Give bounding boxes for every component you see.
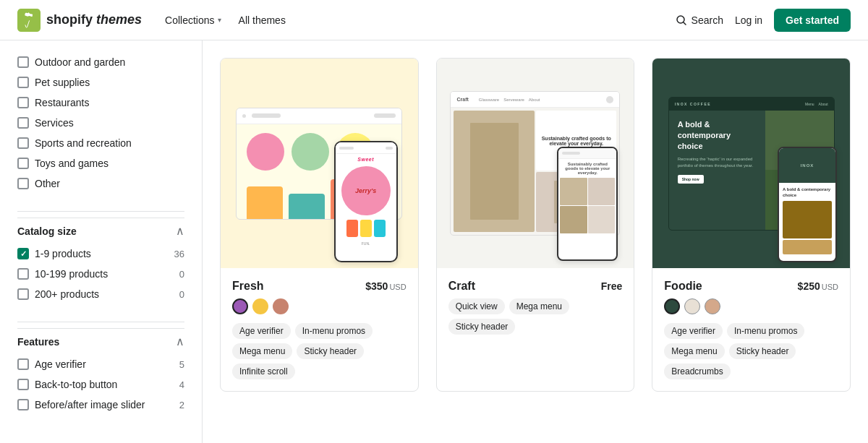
tag-in-menu-promos-foodie: In-menu promos	[727, 323, 804, 339]
features-section: Features ∧ Age verifier 5 Back-to-top bu…	[17, 328, 184, 415]
logo-text: shopify themes	[46, 12, 142, 27]
main-nav: Collections ▾ All themes	[165, 14, 676, 26]
product-title-row-fresh: Fresh $350USD	[232, 280, 407, 293]
checkbox-age-verifier[interactable]	[17, 358, 29, 370]
filter-toys-games[interactable]: Toys and games	[17, 153, 184, 173]
product-card-fresh: Sweet Jerry's FUN.	[220, 58, 419, 392]
checkbox-outdoor-garden[interactable]	[17, 56, 29, 68]
swatch-dark-green[interactable]	[664, 298, 680, 314]
product-image-fresh: Sweet Jerry's FUN.	[221, 59, 418, 268]
product-info-craft: Craft Free Quick view Mega menu Sticky h…	[437, 268, 634, 346]
divider	[17, 211, 184, 212]
divider-2	[17, 322, 184, 322]
shopify-logo-icon	[17, 9, 41, 32]
sidebar: Outdoor and garden Pet supplies Restaura…	[0, 40, 203, 443]
catalog-size-section: Catalog size ∧ 1-9 products 36 10-199 pr…	[17, 218, 184, 304]
tag-infinite-scroll: Infinite scroll	[232, 364, 295, 379]
filter-10-199-products[interactable]: 10-199 products 0	[17, 264, 184, 284]
product-price-fresh: $350USD	[365, 280, 406, 292]
product-info-fresh: Fresh $350USD Age verifier In-menu promo…	[221, 268, 418, 391]
checkbox-10-199-products[interactable]	[17, 268, 29, 280]
tag-breadcrumbs: Breadcrumbs	[664, 364, 730, 379]
fresh-tags: Age verifier In-menu promos Mega menu St…	[232, 323, 407, 379]
tag-age-verifier: Age verifier	[232, 323, 291, 339]
checkbox-toys-games[interactable]	[17, 158, 29, 169]
swatch-cream[interactable]	[684, 298, 700, 314]
features-header[interactable]: Features ∧	[17, 328, 184, 354]
foodie-swatches	[664, 298, 838, 314]
product-title-row-craft: Craft Free	[448, 280, 623, 293]
product-info-foodie: Foodie $250USD Age verifier In-menu prom…	[652, 268, 850, 391]
tag-in-menu-promos: In-menu promos	[295, 323, 373, 339]
swatch-tan[interactable]	[705, 298, 720, 314]
filter-services[interactable]: Services	[17, 113, 184, 133]
tag-quick-view: Quick view	[448, 298, 505, 314]
product-price-craft: Free	[601, 280, 623, 292]
tag-mega-menu: Mega menu	[232, 343, 292, 359]
checkbox-services[interactable]	[17, 117, 29, 129]
product-price-foodie: $250USD	[798, 280, 838, 292]
tag-mega-menu-foodie: Mega menu	[664, 343, 724, 359]
filter-200-plus-products[interactable]: 200+ products 0	[17, 284, 184, 304]
logo-link[interactable]: shopify themes	[17, 9, 142, 32]
product-title-row-foodie: Foodie $250USD	[664, 280, 838, 293]
product-name-craft: Craft	[448, 280, 475, 293]
product-image-foodie: INOX COFFEE Menu About A bold & contempo…	[652, 59, 850, 268]
login-button[interactable]: Log in	[735, 14, 762, 26]
filter-other[interactable]: Other	[17, 173, 184, 194]
checkbox-1-9-products[interactable]	[17, 248, 29, 259]
swatch-purple[interactable]	[232, 298, 248, 314]
checkbox-before-after-slider[interactable]	[17, 399, 29, 410]
tag-mega-menu-craft: Mega menu	[509, 298, 569, 314]
header: shopify themes Collections ▾ All themes …	[0, 0, 868, 40]
search-icon	[676, 14, 687, 26]
tag-age-verifier-foodie: Age verifier	[664, 323, 723, 339]
filter-before-after-slider[interactable]: Before/after image slider 2	[17, 395, 184, 415]
collapse-icon: ∧	[176, 224, 184, 238]
main-layout: Outdoor and garden Pet supplies Restaura…	[0, 40, 868, 443]
checkbox-back-to-top[interactable]	[17, 379, 29, 390]
filter-restaurants[interactable]: Restaurants	[17, 93, 184, 113]
tag-sticky-header-foodie: Sticky header	[729, 343, 796, 359]
fresh-swatches	[232, 298, 407, 314]
product-card-foodie: INOX COFFEE Menu About A bold & contempo…	[652, 58, 851, 392]
search-button[interactable]: Search	[676, 14, 723, 26]
foodie-tags: Age verifier In-menu promos Mega menu St…	[664, 323, 838, 379]
product-card-craft: Craft Glassware Serveware About	[436, 58, 635, 392]
filter-sports-recreation[interactable]: Sports and recreation	[17, 133, 184, 153]
industry-filter-section: Outdoor and garden Pet supplies Restaura…	[17, 52, 184, 194]
svg-rect-0	[17, 9, 41, 32]
checkbox-other[interactable]	[17, 178, 29, 189]
features-collapse-icon: ∧	[176, 335, 184, 348]
product-name-fresh: Fresh	[232, 280, 264, 293]
filter-pet-supplies[interactable]: Pet supplies	[17, 72, 184, 93]
tag-sticky-header-craft: Sticky header	[448, 319, 516, 335]
craft-tags: Quick view Mega menu Sticky header	[448, 298, 623, 335]
chevron-down-icon: ▾	[218, 16, 221, 24]
tag-sticky-header: Sticky header	[297, 343, 364, 359]
header-actions: Search Log in Get started	[676, 9, 851, 32]
checkbox-pet-supplies[interactable]	[17, 77, 29, 88]
swatch-yellow[interactable]	[252, 298, 268, 314]
filter-1-9-products[interactable]: 1-9 products 36	[17, 244, 184, 264]
product-name-foodie: Foodie	[664, 280, 702, 293]
checkbox-restaurants[interactable]	[17, 97, 29, 108]
checkbox-200-plus-products[interactable]	[17, 288, 29, 300]
products-grid: Sweet Jerry's FUN.	[203, 40, 868, 443]
checkbox-sports-recreation[interactable]	[17, 137, 29, 149]
nav-all-themes[interactable]: All themes	[239, 14, 286, 26]
filter-back-to-top[interactable]: Back-to-top button 4	[17, 374, 184, 395]
nav-collections[interactable]: Collections ▾	[165, 14, 221, 26]
swatch-terracotta[interactable]	[273, 298, 289, 314]
filter-outdoor-garden[interactable]: Outdoor and garden	[17, 52, 184, 72]
get-started-button[interactable]: Get started	[774, 9, 851, 32]
filter-age-verifier[interactable]: Age verifier 5	[17, 354, 184, 374]
catalog-size-header[interactable]: Catalog size ∧	[17, 218, 184, 244]
product-image-craft: Craft Glassware Serveware About	[437, 59, 634, 268]
